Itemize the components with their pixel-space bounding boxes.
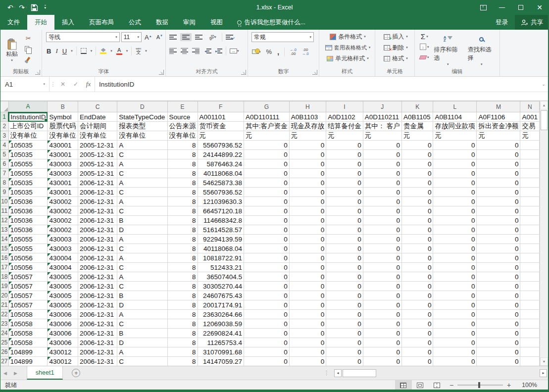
cell-H24[interactable]: 0 [289,329,326,338]
cell-M27[interactable]: 0 [477,357,520,366]
cell-D3[interactable]: 没有单位 [117,131,167,141]
row-header-27[interactable]: 27 [0,357,9,366]
cell-J17[interactable]: 0 [363,263,401,272]
cell-C16[interactable]: 2006-12-31 [78,253,117,263]
cell-D17[interactable]: C [117,263,167,272]
cell-E2[interactable]: 公告来源 [167,122,198,131]
row-header-3[interactable]: 3 [0,131,9,141]
cell-G12[interactable]: 0 [244,216,289,225]
cell-N19[interactable] [520,282,540,291]
font-color-button[interactable]: A [116,47,123,55]
font-name-combo[interactable]: 等线▾ [46,32,120,42]
cell-J13[interactable]: 0 [363,225,401,235]
row-header-25[interactable]: 25 [0,338,9,347]
cell-G15[interactable]: 0 [244,244,289,253]
cell-F12[interactable]: 114668342.8 [198,216,244,225]
cell-H12[interactable]: 0 [289,216,326,225]
cell-F17[interactable]: 512433.21 [198,263,244,272]
column-header-G[interactable]: G [244,101,289,112]
row-header-10[interactable]: 10 [0,197,9,206]
cell-C13[interactable]: 2006-12-31 [78,225,117,235]
row-header-22[interactable]: 22 [0,310,9,319]
row-header-18[interactable]: 18 [0,272,9,282]
cell-J20[interactable]: 0 [363,291,401,300]
cell-I26[interactable]: 0 [326,347,363,357]
cell-A11[interactable]: 105036 [8,206,48,216]
cell-N24[interactable] [520,329,540,338]
column-header-N[interactable]: N [520,101,540,112]
cell-E9[interactable]: 8 [167,188,198,197]
tell-me-box[interactable]: 告诉我您想要做什么... [237,15,305,30]
row-header-23[interactable]: 23 [0,319,9,329]
cell-L4[interactable]: 0 [433,141,477,150]
cell-G7[interactable]: 0 [244,169,289,178]
row-header-12[interactable]: 12 [0,216,9,225]
cell-N25[interactable] [520,338,540,347]
cell-D4[interactable]: A [117,141,167,150]
cell-K19[interactable]: 0 [401,282,433,291]
cell-G14[interactable]: 0 [244,235,289,244]
cell-G20[interactable]: 0 [244,291,289,300]
comma-style-button[interactable]: , [277,47,280,56]
cell-M6[interactable]: 0 [477,159,520,169]
autosum-button[interactable]: Σ▾ [418,31,431,42]
cell-D1[interactable]: StateTypeCode [117,112,167,122]
cell-K5[interactable]: 0 [401,150,433,159]
tab-file[interactable]: 文件 [0,15,27,30]
accounting-format-button[interactable]: ▾ [251,49,261,54]
cell-C6[interactable]: 2005-12-31 [78,159,117,169]
cell-D18[interactable]: A [117,272,167,282]
cell-M16[interactable]: 0 [477,253,520,263]
cell-J24[interactable]: 0 [363,329,401,338]
row-header-19[interactable]: 19 [0,282,9,291]
cell-M21[interactable]: 0 [477,300,520,310]
cell-A25[interactable]: 105058 [8,338,48,347]
cell-A4[interactable]: 105035 [8,141,48,150]
cell-L6[interactable]: 0 [433,159,477,169]
cell-F23[interactable]: 12069038.59 [198,319,244,329]
cell-I21[interactable]: 0 [326,300,363,310]
column-header-H[interactable]: H [289,101,326,112]
cell-N12[interactable] [520,216,540,225]
cell-K6[interactable]: 0 [401,159,433,169]
cell-B7[interactable]: 430003 [48,169,78,178]
cell-B8[interactable]: 430001 [48,178,78,188]
row-header-13[interactable]: 13 [0,225,9,235]
cell-F8[interactable]: 54625873.38 [198,178,244,188]
cell-B11[interactable]: 430002 [48,206,78,216]
cell-C23[interactable]: 2006-12-31 [78,319,117,329]
borders-button[interactable] [80,48,87,54]
cell-I17[interactable]: 0 [326,263,363,272]
cell-J4[interactable]: 0 [363,141,401,150]
cell-E3[interactable]: 没有单位 [167,131,198,141]
cell-B26[interactable]: 430012 [48,347,78,357]
cell-F27[interactable]: 14147059.27 [198,357,244,366]
cell-L23[interactable]: 0 [433,319,477,329]
clipboard-dialog-launcher-icon[interactable] [35,70,40,75]
increase-decimal-button[interactable]: ←.0.00 [289,48,297,56]
view-page-break-button[interactable] [429,380,446,390]
row-header-8[interactable]: 8 [0,178,9,188]
cell-N22[interactable] [520,310,540,319]
cell-K22[interactable]: 0 [401,310,433,319]
vertical-scrollbar[interactable]: ▲ ▼ [540,101,548,366]
cell-B6[interactable]: 430003 [48,159,78,169]
cell-K1[interactable]: A0B1105 [401,112,433,122]
cell-E22[interactable]: 8 [167,310,198,319]
cell-G5[interactable]: 0 [244,150,289,159]
cell-B1[interactable]: Symbol [48,112,78,122]
cell-L25[interactable]: 0 [433,338,477,347]
cell-H7[interactable]: 0 [289,169,326,178]
find-select-button[interactable]: 查找和选择 ▾ [465,31,499,68]
cell-J19[interactable]: 0 [363,282,401,291]
zoom-out-button[interactable]: − [446,381,457,389]
cell-E8[interactable]: 8 [167,178,198,188]
cell-C18[interactable]: 2006-12-31 [78,272,117,282]
cell-D14[interactable]: A [117,235,167,244]
decrease-indent-button[interactable]: ◂ [204,48,212,53]
cell-L17[interactable]: 0 [433,263,477,272]
cell-F19[interactable]: 30305270.44 [198,282,244,291]
cell-C8[interactable]: 2006-12-31 [78,178,117,188]
cell-I1[interactable]: A0D1102 [326,112,363,122]
decrease-decimal-button[interactable]: .00→.0 [301,48,309,56]
